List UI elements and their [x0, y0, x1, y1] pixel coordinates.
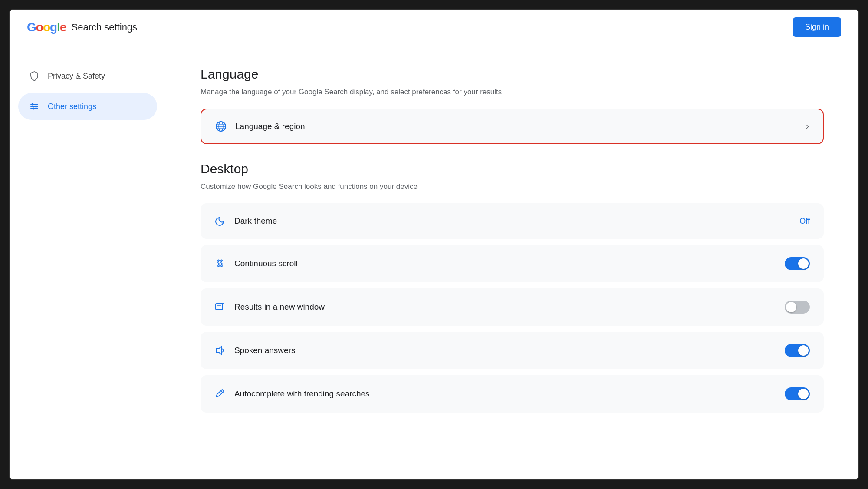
header: Google Search settings Sign in — [10, 10, 858, 45]
results-new-window-row[interactable]: Results in a new window — [201, 288, 824, 326]
svg-marker-14 — [216, 347, 221, 354]
content-area: Language Manage the language of your Goo… — [166, 45, 858, 479]
language-region-label: Language & region — [235, 122, 305, 131]
scroll-icon — [214, 258, 226, 269]
toggle-knob-4 — [798, 389, 809, 399]
new-window-icon — [214, 301, 226, 313]
dark-theme-value: Off — [799, 217, 810, 226]
spoken-answers-label: Spoken answers — [234, 346, 295, 355]
autocomplete-trending-row[interactable]: Autocomplete with trending searches — [201, 375, 824, 413]
language-section: Language Manage the language of your Goo… — [201, 67, 824, 144]
toggle-knob-2 — [786, 302, 796, 312]
desktop-section: Desktop Customize how Google Search look… — [201, 162, 824, 413]
header-left: Google Search settings — [27, 20, 137, 34]
chevron-right-icon: › — [806, 121, 809, 132]
autocomplete-trending-label: Autocomplete with trending searches — [234, 389, 370, 399]
results-new-window-toggle[interactable] — [785, 301, 810, 314]
language-card-left: Language & region — [215, 121, 305, 132]
language-region-card[interactable]: Language & region › — [201, 109, 824, 144]
sliders-icon — [29, 101, 40, 112]
svg-rect-11 — [216, 304, 223, 310]
spoken-answers-row[interactable]: Spoken answers — [201, 332, 824, 369]
toggle-knob — [798, 258, 809, 269]
autocomplete-trending-toggle[interactable] — [785, 387, 810, 400]
sidebar-item-privacy-safety[interactable]: Privacy & Safety — [18, 63, 157, 89]
spoken-answers-toggle[interactable] — [785, 344, 810, 357]
app-window: Google Search settings Sign in Privacy &… — [9, 9, 859, 480]
language-description: Manage the language of your Google Searc… — [201, 88, 824, 96]
sidebar: Privacy & Safety Other settings — [10, 45, 166, 479]
sidebar-item-other-settings-label: Other settings — [48, 102, 96, 111]
page-title: Search settings — [71, 22, 137, 33]
svg-point-3 — [32, 103, 34, 106]
sidebar-item-privacy-safety-label: Privacy & Safety — [48, 72, 105, 81]
svg-point-5 — [33, 108, 35, 110]
sidebar-item-other-settings[interactable]: Other settings — [18, 93, 157, 120]
continuous-scroll-label: Continuous scroll — [234, 259, 298, 268]
svg-point-4 — [35, 106, 37, 108]
sign-in-button[interactable]: Sign in — [793, 17, 841, 37]
dark-theme-label: Dark theme — [234, 216, 277, 226]
language-title: Language — [201, 67, 824, 82]
shield-icon — [29, 70, 40, 82]
continuous-scroll-left: Continuous scroll — [214, 258, 298, 269]
autocomplete-trending-left: Autocomplete with trending searches — [214, 388, 370, 400]
globe-icon — [215, 121, 227, 132]
continuous-scroll-row[interactable]: Continuous scroll — [201, 245, 824, 282]
moon-icon — [214, 215, 226, 227]
results-new-window-left: Results in a new window — [214, 301, 325, 313]
continuous-scroll-toggle[interactable] — [785, 257, 810, 270]
dark-theme-left: Dark theme — [214, 215, 277, 227]
toggle-knob-3 — [798, 345, 809, 356]
spoken-answers-left: Spoken answers — [214, 345, 295, 356]
results-new-window-label: Results in a new window — [234, 302, 325, 312]
dark-theme-row[interactable]: Dark theme Off — [201, 203, 824, 239]
main-content: Privacy & Safety Other settings — [10, 45, 858, 479]
google-logo: Google — [27, 20, 66, 34]
desktop-title: Desktop — [201, 162, 824, 176]
pencil-icon — [214, 388, 226, 400]
speaker-icon — [214, 345, 226, 356]
desktop-description: Customize how Google Search looks and fu… — [201, 182, 824, 191]
